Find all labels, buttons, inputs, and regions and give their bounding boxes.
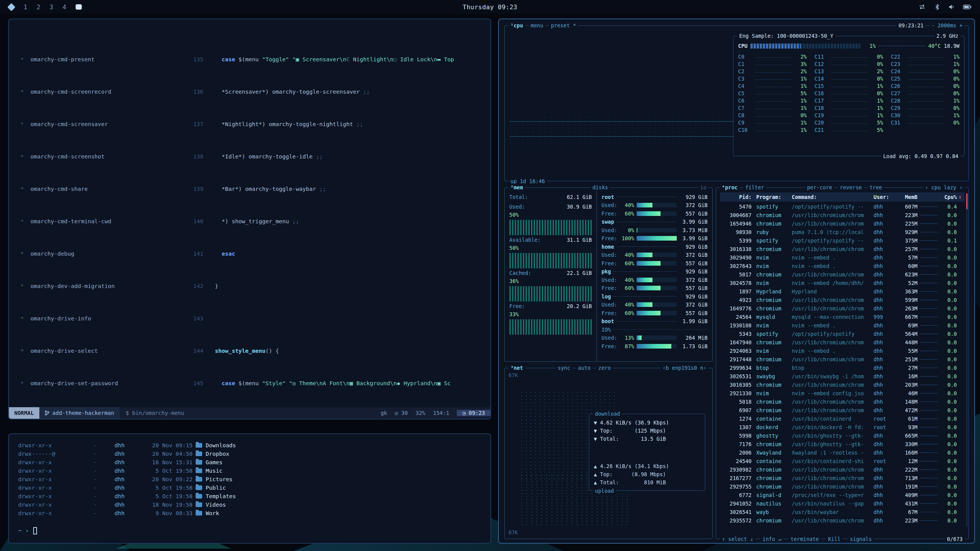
- tree-toggle[interactable]: tree: [868, 184, 884, 191]
- footer-action-button[interactable]: Kill: [826, 536, 843, 543]
- update-interval-control[interactable]: - 2000ms +: [929, 22, 965, 29]
- process-row[interactable]: 2921330 nvim nvim --embed config.jso dhh…: [720, 389, 965, 398]
- workspace-number[interactable]: 2: [37, 3, 41, 11]
- process-pid: 2924063: [721, 348, 752, 354]
- process-row[interactable]: 24540 containe /usr/bin/containerd-shi r…: [720, 457, 965, 465]
- process-row[interactable]: 5470 spotify /opt/spotify/spotify -- dhh…: [720, 202, 965, 211]
- process-row[interactable]: 2930982 chromium /usr/lib/chromium/chrom…: [720, 465, 965, 474]
- process-row[interactable]: 3026541 wayb /usr/bin/waybar dhh 67M 0.0: [720, 508, 965, 516]
- process-row[interactable]: 24564 mysqld mysqld --max-connection 999…: [720, 313, 965, 321]
- process-scrollbar[interactable]: [966, 193, 968, 527]
- shell-prompt[interactable]: ~ ›: [18, 526, 481, 535]
- footer-action-button[interactable]: terminate: [789, 536, 821, 543]
- audio-icon[interactable]: [948, 4, 955, 10]
- network-arrows-icon[interactable]: [918, 4, 926, 10]
- process-row[interactable]: 3016338 chromium /usr/lib/chromium/chrom…: [720, 245, 965, 253]
- process-row[interactable]: 2941052 nautilus /usr/bin/nautilus --gap…: [720, 499, 965, 508]
- process-command: nvim --embed config.jso: [792, 390, 874, 396]
- code-line[interactable]: 144 show_style_menu() {: [189, 347, 490, 355]
- process-row[interactable]: 1274 containe /usr/bin/containerd root 6…: [720, 415, 965, 423]
- mem-tab[interactable]: ²mem: [509, 184, 525, 191]
- code-line[interactable]: 140 *) show_trigger_menu ;;: [189, 217, 490, 226]
- process-row[interactable]: 5017 chromium /usr/lib/chromium/chrom dh…: [720, 270, 965, 279]
- workspace-number[interactable]: 1: [24, 3, 27, 11]
- file-tree-item[interactable]: * omarchy-cmd-share: [9, 185, 189, 193]
- process-row[interactable]: 5343 spotify /opt/spotify/spotify dhh 56…: [720, 330, 965, 338]
- process-row[interactable]: 1307 dockerd /usr/bin/dockerd -H fd: roo…: [720, 423, 965, 431]
- code-line[interactable]: 135 case $(menu "Toggle" "▣ Screensaver\…: [189, 56, 490, 64]
- launcher-icon[interactable]: [7, 3, 15, 11]
- process-row[interactable]: 3016305 chromium /usr/lib/chromium/chrom…: [720, 381, 965, 389]
- process-row[interactable]: 5018 chromium /usr/lib/chromium/chrom dh…: [720, 398, 965, 406]
- process-row[interactable]: 2006 Xwayland Xwayland :1 -rootless - dh…: [720, 448, 965, 457]
- disks-toggle[interactable]: disks: [591, 184, 610, 191]
- core-percent: 1%: [794, 98, 807, 104]
- process-row[interactable]: 7176 chromium /usr/lib/ghostty --gtk- dh…: [720, 440, 965, 448]
- bluetooth-icon[interactable]: [934, 4, 940, 10]
- per-core-toggle[interactable]: per-core: [805, 184, 834, 191]
- file-tree-item[interactable]: * omarchy-cmd-screenshot: [9, 153, 189, 161]
- process-row[interactable]: 98930 ruby puma 7.1.0 (tcp://local dhh 9…: [720, 228, 965, 236]
- file-tree-item[interactable]: * omarchy-debug: [9, 250, 189, 258]
- file-name: omarchy-cmd-present: [30, 56, 95, 64]
- process-table-header[interactable]: Pid: Program: Command: User: MemB Cpu% ↑: [720, 192, 965, 202]
- code-line[interactable]: 141 esac: [189, 250, 490, 258]
- workspace-number[interactable]: 3: [49, 3, 53, 11]
- process-cpu: 0.0: [940, 407, 957, 413]
- process-row[interactable]: 5998 ghostty /usr/bin/ghostty --gtk- dhh…: [720, 431, 965, 440]
- process-row[interactable]: 2167277 chromium /usr/lib/chromium/chrom…: [720, 474, 965, 482]
- footer-action-button[interactable]: info ↵: [760, 536, 783, 543]
- core-row: C7 1%: [738, 104, 807, 111]
- process-row[interactable]: 6907 chromium /usr/lib/chromium/chrom dh…: [720, 406, 965, 415]
- disk-row: Free: 60% 557 GiB: [602, 309, 708, 317]
- process-row[interactable]: 3024578 nvim nvim --embed /home/dhh/ dhh…: [720, 279, 965, 287]
- file-tree-item[interactable]: * omarchy-cmd-screenrecord: [9, 88, 189, 96]
- code-line[interactable]: 138 *Idle*) omarchy-toggle-idle ;;: [189, 153, 490, 161]
- code-line[interactable]: 145 case $(menu "Style" "◎ Theme\nA Font…: [189, 379, 490, 388]
- process-row[interactable]: 3026531 swaybg /usr/bin/swaybg -i /hom d…: [720, 372, 965, 381]
- menu-button[interactable]: menu: [529, 22, 546, 29]
- process-row[interactable]: 1647940 chromium /usr/lib/chromium/chrom…: [720, 338, 965, 347]
- process-row[interactable]: 5399 spotify /opt/spotify/spotify -- dhh…: [720, 236, 965, 245]
- process-row[interactable]: 6772 signal-d /proc/self/exe --type=r dh…: [720, 491, 965, 499]
- file-tree-item[interactable]: * omarchy-drive-info: [9, 315, 189, 323]
- cpu-tab[interactable]: ¹cpu: [509, 22, 525, 29]
- process-user: dhh: [874, 356, 895, 362]
- io-toggle[interactable]: io: [698, 184, 708, 191]
- process-row[interactable]: 2935572 chromium /usr/lib/chromium/chrom…: [720, 516, 965, 525]
- active-workspace-indicator[interactable]: [76, 4, 82, 10]
- code-line[interactable]: 142 }: [189, 282, 490, 290]
- process-row[interactable]: 1654946 chromium /usr/lib/chromium/chrom…: [720, 219, 965, 228]
- reverse-toggle[interactable]: reverse: [838, 184, 864, 191]
- process-row[interactable]: 2917448 chromium /usr/lib/chromium/chrom…: [720, 355, 965, 364]
- sort-mode-selector[interactable]: ‹ cpu lazy ›: [923, 184, 965, 191]
- code-line[interactable]: 137 *Nightlight*) omarchy-toggle-nightli…: [189, 120, 490, 128]
- preset-button[interactable]: preset *: [549, 22, 578, 29]
- code-line[interactable]: 136 *Screensaver*) omarchy-toggle-screen…: [189, 88, 490, 96]
- process-row[interactable]: 4923 chromium /usr/lib/chromium/chrom dh…: [720, 296, 965, 304]
- footer-action-button[interactable]: signals: [848, 536, 874, 543]
- process-row[interactable]: 1930108 nvim nvim --embed . dhh 69M 0.0: [720, 321, 965, 330]
- file-tree-item[interactable]: * omarchy-drive-set-password: [9, 379, 189, 388]
- code-line[interactable]: 143: [189, 315, 490, 323]
- sort-direction-icon[interactable]: ↑: [957, 194, 963, 200]
- filter-button[interactable]: filter: [743, 184, 766, 191]
- file-tree-item[interactable]: * omarchy-drive-select: [9, 347, 189, 355]
- process-row[interactable]: 2929755 chromium /usr/lib/chromium/chrom…: [720, 482, 965, 491]
- footer-action-button[interactable]: ↑ select ↓: [720, 536, 755, 543]
- process-row[interactable]: 2924063 nvim nvim --embed . dhh 55M 0.0: [720, 347, 965, 355]
- process-row[interactable]: 3004667 chromium /usr/lib/chromium/chrom…: [720, 211, 965, 219]
- process-row[interactable]: 1897 Hyprland Hyprland dhh 363M 0.0: [720, 287, 965, 296]
- battery-icon[interactable]: [963, 4, 972, 10]
- process-row[interactable]: 2999634 btop btop dhh 27M 0.0: [720, 364, 965, 372]
- file-tree-item[interactable]: * omarchy-cmd-terminal-cwd: [9, 217, 189, 226]
- proc-tab[interactable]: ⁴proc: [720, 184, 740, 191]
- process-row[interactable]: 3027643 nvim nvim --embed . dhh 60M 0.0: [720, 262, 965, 270]
- process-row[interactable]: 3029490 nvim nvim --embed . dhh 57M 0.0: [720, 253, 965, 262]
- workspace-number[interactable]: 4: [63, 3, 66, 11]
- code-line[interactable]: 139 *Bar*) omarchy-toggle-waybar ;;: [189, 185, 490, 193]
- process-row[interactable]: 1649776 chromium /usr/lib/chromium/chrom…: [720, 304, 965, 313]
- file-tree-item[interactable]: * omarchy-dev-add-migration: [9, 282, 189, 290]
- file-tree-item[interactable]: * omarchy-cmd-screensaver: [9, 120, 189, 128]
- file-tree-item[interactable]: * omarchy-cmd-present: [9, 56, 189, 64]
